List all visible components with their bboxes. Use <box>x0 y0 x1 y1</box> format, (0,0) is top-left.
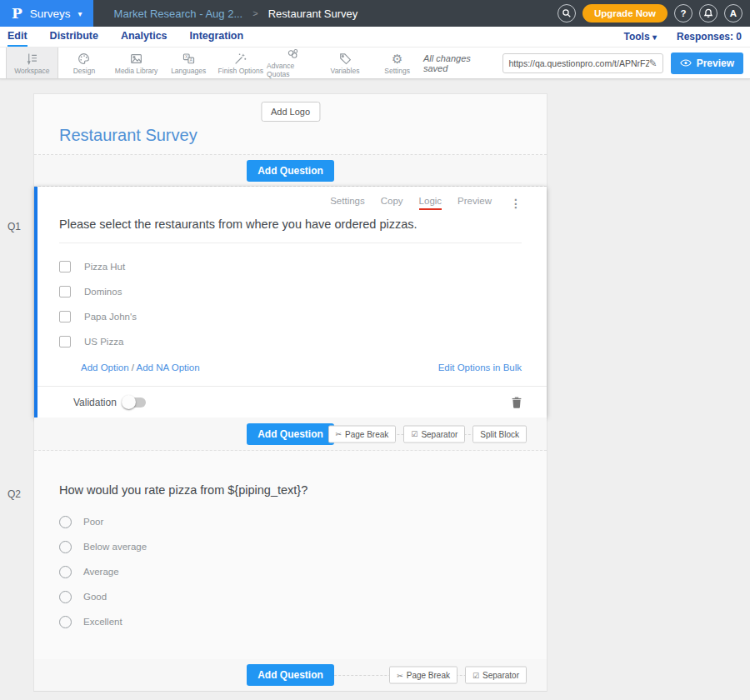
responses-count[interactable]: Responses: 0 <box>677 31 742 42</box>
survey-url-box: ✎ <box>502 53 662 73</box>
option-row: US Pizza <box>59 329 522 354</box>
validation-label: Validation <box>73 397 117 408</box>
toolbar-item-advance-quotas[interactable]: Advance Quotas <box>267 48 319 78</box>
insert-band-middle: Add Question ✂Page Break ☑Separator Spli… <box>34 418 547 451</box>
toolbar-item-variables[interactable]: Variables <box>319 48 372 78</box>
question-number-q2: Q2 <box>8 488 21 500</box>
surveys-product-menu[interactable]: P Surveys ▾ <box>0 0 93 27</box>
option-label[interactable]: Average <box>83 567 119 577</box>
checkbox[interactable] <box>59 286 71 298</box>
toolbar-item-label: Media Library <box>115 67 158 75</box>
search-button[interactable] <box>558 4 576 22</box>
tabbar-right: Tools ▾ Responses: 0 <box>623 27 742 47</box>
option-label[interactable]: Excellent <box>83 617 122 627</box>
question-menu-settings[interactable]: Settings <box>330 196 365 210</box>
toolbar-item-media-library[interactable]: Media Library <box>110 48 162 78</box>
option-label[interactable]: Below average <box>83 542 147 552</box>
question-menu-logic[interactable]: Logic <box>419 196 442 210</box>
option-row: Good <box>59 584 522 609</box>
option-row: Poor <box>59 509 522 534</box>
question-text-q2[interactable]: How would you rate pizza from ${piping_t… <box>59 483 522 497</box>
topbar-actions: Upgrade Now ? A <box>558 4 750 22</box>
insert-band-bottom: Add Question ✂Page Break ☑Separator <box>34 659 547 691</box>
add-logo-button[interactable]: Add Logo <box>261 102 320 122</box>
insert-band-top: Add Question <box>34 155 547 187</box>
option-label[interactable]: Poor <box>83 517 103 527</box>
radio-button[interactable] <box>59 616 72 628</box>
gear-icon: ⚙ <box>392 52 402 66</box>
checkbox[interactable] <box>59 336 71 348</box>
chevron-down-icon: ▾ <box>652 32 657 42</box>
product-label: Surveys <box>30 8 71 20</box>
add-question-button[interactable]: Add Question <box>247 423 334 445</box>
breadcrumb-folder[interactable]: Market Research - Aug 2... <box>114 8 243 20</box>
page-break-button[interactable]: ✂Page Break <box>389 667 458 684</box>
question-menu-preview[interactable]: Preview <box>458 196 492 210</box>
tab-integration[interactable]: Integration <box>190 27 244 47</box>
svg-text:A: A <box>189 57 192 62</box>
option-row: Excellent <box>59 609 522 634</box>
option-label[interactable]: US Pizza <box>84 337 123 347</box>
toolbar-item-languages[interactable]: XA Languages <box>162 48 215 78</box>
tab-distribute[interactable]: Distribute <box>50 27 98 47</box>
edit-options-in-bulk-link[interactable]: Edit Options in Bulk <box>438 362 522 372</box>
validation-row: Validation <box>38 386 547 418</box>
radio-button[interactable] <box>59 591 72 603</box>
add-question-button[interactable]: Add Question <box>247 664 334 686</box>
magic-wand-icon <box>233 52 248 66</box>
save-status: All changes saved <box>423 53 495 73</box>
checkbox[interactable] <box>59 311 71 322</box>
add-na-option-link[interactable]: Add NA Option <box>137 362 200 372</box>
split-block-button[interactable]: Split Block <box>472 425 527 442</box>
option-label[interactable]: Pizza Hut <box>84 262 125 272</box>
preview-button[interactable]: Preview <box>671 52 743 74</box>
tools-dropdown[interactable]: Tools ▾ <box>623 31 656 42</box>
toolbar-item-label: Finish Options <box>218 67 263 75</box>
option-label[interactable]: Dominos <box>84 287 122 297</box>
delete-question-button[interactable] <box>512 397 522 408</box>
validation-toggle[interactable] <box>124 398 146 408</box>
checkbox[interactable] <box>59 261 71 272</box>
question-text-q1[interactable]: Please select the restaurants from where… <box>59 218 522 243</box>
radio-button[interactable] <box>59 566 72 578</box>
tab-analytics[interactable]: Analytics <box>121 27 168 47</box>
bell-icon <box>703 8 713 18</box>
search-icon <box>562 8 572 18</box>
survey-title[interactable]: Restaurant Survey <box>59 126 198 145</box>
question-menu-copy[interactable]: Copy <box>381 196 403 210</box>
separator-button[interactable]: ☑Separator <box>465 667 527 684</box>
toolbar-item-label: Languages <box>171 67 206 75</box>
option-row: Pizza Hut <box>59 254 522 279</box>
trash-icon <box>512 397 522 408</box>
toolbar-item-design[interactable]: Design <box>58 48 111 78</box>
palette-icon <box>77 52 91 66</box>
avatar[interactable]: A <box>724 4 742 22</box>
page-break-button[interactable]: ✂Page Break <box>328 425 397 442</box>
option-label[interactable]: Papa John's <box>84 312 137 322</box>
separator-button[interactable]: ☑Separator <box>403 425 465 442</box>
help-button[interactable]: ? <box>674 4 692 22</box>
radio-button[interactable] <box>59 516 72 528</box>
add-option-link[interactable]: Add Option <box>81 362 129 372</box>
edit-toolbar: Workspace Design Media Library XA Langua… <box>0 48 750 79</box>
toolbar-item-workspace[interactable]: Workspace <box>6 48 58 78</box>
toolbar-item-settings[interactable]: ⚙ Settings <box>371 48 423 78</box>
eye-icon <box>680 59 692 67</box>
add-question-button[interactable]: Add Question <box>247 160 334 182</box>
tab-edit[interactable]: Edit <box>8 27 28 47</box>
edit-url-pencil-icon[interactable]: ✎ <box>649 58 658 69</box>
survey-url-input[interactable] <box>508 58 648 68</box>
breadcrumb-current: Restaurant Survey <box>268 8 358 20</box>
separator-icon: ☑ <box>472 671 479 679</box>
notifications-button[interactable] <box>699 4 718 22</box>
upgrade-now-button[interactable]: Upgrade Now <box>582 4 668 22</box>
chain-links-icon <box>286 48 300 61</box>
page-break-icon: ✂ <box>336 430 342 438</box>
option-label[interactable]: Good <box>83 592 107 602</box>
kebab-menu-icon[interactable]: ⋮ <box>510 197 522 210</box>
toolbar-item-label: Advance Quotas <box>267 62 319 78</box>
questionpro-logo-icon: P <box>12 5 22 22</box>
toolbar-item-finish-options[interactable]: Finish Options <box>214 48 267 78</box>
radio-button[interactable] <box>59 541 72 553</box>
tag-icon <box>338 52 352 66</box>
